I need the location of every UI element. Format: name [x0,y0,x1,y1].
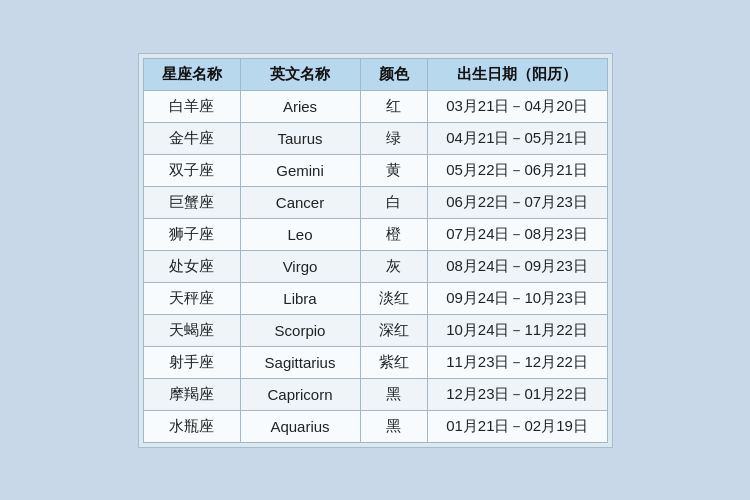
cell-color: 黑 [360,410,427,442]
zodiac-table-container: 星座名称 英文名称 颜色 出生日期（阳历） 白羊座Aries红03月21日－04… [138,53,613,448]
cell-cn: 天秤座 [143,282,240,314]
cell-date: 11月23日－12月22日 [427,346,607,378]
table-row: 天秤座Libra淡红09月24日－10月23日 [143,282,607,314]
table-row: 水瓶座Aquarius黑01月21日－02月19日 [143,410,607,442]
cell-date: 12月23日－01月22日 [427,378,607,410]
cell-color: 绿 [360,122,427,154]
cell-cn: 天蝎座 [143,314,240,346]
header-en: 英文名称 [240,58,360,90]
cell-color: 白 [360,186,427,218]
cell-cn: 处女座 [143,250,240,282]
cell-date: 07月24日－08月23日 [427,218,607,250]
cell-color: 紫红 [360,346,427,378]
table-row: 处女座Virgo灰08月24日－09月23日 [143,250,607,282]
cell-color: 红 [360,90,427,122]
table-row: 巨蟹座Cancer白06月22日－07月23日 [143,186,607,218]
table-row: 狮子座Leo橙07月24日－08月23日 [143,218,607,250]
table-row: 天蝎座Scorpio深红10月24日－11月22日 [143,314,607,346]
cell-cn: 金牛座 [143,122,240,154]
cell-date: 06月22日－07月23日 [427,186,607,218]
header-cn: 星座名称 [143,58,240,90]
header-color: 颜色 [360,58,427,90]
cell-date: 09月24日－10月23日 [427,282,607,314]
cell-en: Aries [240,90,360,122]
cell-cn: 摩羯座 [143,378,240,410]
cell-cn: 狮子座 [143,218,240,250]
cell-date: 01月21日－02月19日 [427,410,607,442]
cell-en: Cancer [240,186,360,218]
table-header-row: 星座名称 英文名称 颜色 出生日期（阳历） [143,58,607,90]
cell-cn: 白羊座 [143,90,240,122]
cell-en: Virgo [240,250,360,282]
table-row: 白羊座Aries红03月21日－04月20日 [143,90,607,122]
cell-color: 淡红 [360,282,427,314]
cell-date: 03月21日－04月20日 [427,90,607,122]
table-row: 摩羯座Capricorn黑12月23日－01月22日 [143,378,607,410]
zodiac-table: 星座名称 英文名称 颜色 出生日期（阳历） 白羊座Aries红03月21日－04… [143,58,608,443]
cell-color: 黑 [360,378,427,410]
cell-color: 橙 [360,218,427,250]
cell-date: 04月21日－05月21日 [427,122,607,154]
cell-color: 深红 [360,314,427,346]
cell-color: 黄 [360,154,427,186]
cell-color: 灰 [360,250,427,282]
cell-en: Taurus [240,122,360,154]
cell-date: 10月24日－11月22日 [427,314,607,346]
cell-date: 05月22日－06月21日 [427,154,607,186]
cell-en: Sagittarius [240,346,360,378]
cell-cn: 射手座 [143,346,240,378]
header-date: 出生日期（阳历） [427,58,607,90]
table-row: 双子座Gemini黄05月22日－06月21日 [143,154,607,186]
table-row: 射手座Sagittarius紫红11月23日－12月22日 [143,346,607,378]
table-row: 金牛座Taurus绿04月21日－05月21日 [143,122,607,154]
cell-cn: 双子座 [143,154,240,186]
cell-en: Scorpio [240,314,360,346]
cell-date: 08月24日－09月23日 [427,250,607,282]
cell-en: Libra [240,282,360,314]
cell-cn: 水瓶座 [143,410,240,442]
cell-en: Aquarius [240,410,360,442]
cell-en: Leo [240,218,360,250]
cell-en: Capricorn [240,378,360,410]
cell-en: Gemini [240,154,360,186]
cell-cn: 巨蟹座 [143,186,240,218]
